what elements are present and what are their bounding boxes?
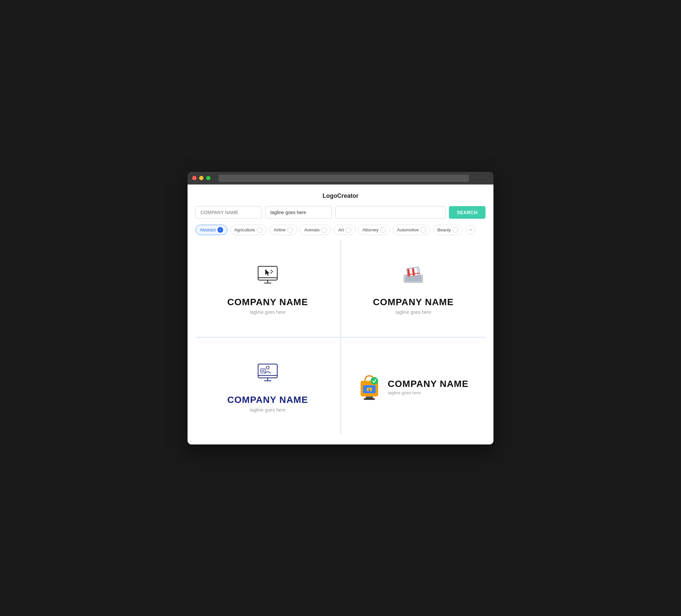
svg-point-6 bbox=[272, 271, 273, 272]
filter-art-check: ✓ bbox=[346, 227, 351, 233]
shopping-logo-container: V COMPANY NAME tagline goes here bbox=[358, 372, 469, 402]
logo-card-2[interactable]: COMPANY NAME tagline goes here bbox=[341, 240, 485, 337]
logo-4-company-name: COMPANY NAME bbox=[388, 379, 469, 389]
svg-point-25 bbox=[371, 377, 378, 385]
filter-abstract-check: ✓ bbox=[218, 227, 223, 233]
app-window: LogoCreator SEARCH Abstract ✓ Agricultur… bbox=[187, 172, 494, 444]
main-content: LogoCreator SEARCH Abstract ✓ Agricultur… bbox=[187, 184, 494, 444]
logo-2-tagline: tagline goes here bbox=[395, 309, 431, 315]
svg-rect-29 bbox=[364, 398, 375, 400]
filter-animals-label: Animals bbox=[304, 227, 320, 232]
logo-1-company-name: COMPANY NAME bbox=[227, 297, 308, 308]
close-button[interactable] bbox=[192, 176, 197, 180]
logo-2-company-name: COMPANY NAME bbox=[373, 297, 454, 308]
shopping-text-block: COMPANY NAME tagline goes here bbox=[388, 379, 469, 395]
search-button[interactable]: SEARCH bbox=[449, 206, 485, 219]
logo-grid: COMPANY NAME tagline goes here bbox=[196, 240, 485, 435]
logo-4-tagline: tagline goes here bbox=[388, 390, 469, 395]
filter-airline-label: Airline bbox=[274, 227, 286, 232]
laptop-store-icon bbox=[401, 264, 425, 291]
svg-point-7 bbox=[271, 272, 272, 274]
filter-agriculture[interactable]: Agriculture ✓ bbox=[230, 225, 267, 235]
filter-beauty-label: Beauty bbox=[437, 227, 451, 232]
filter-airline[interactable]: Airline ✓ bbox=[269, 225, 297, 235]
logo-1-tagline: tagline goes here bbox=[250, 309, 285, 315]
tagline-input[interactable] bbox=[266, 206, 332, 219]
logo-3-company-name: COMPANY NAME bbox=[227, 394, 308, 405]
monitor-person-icon bbox=[256, 361, 280, 389]
company-name-input[interactable] bbox=[196, 206, 262, 219]
app-title: LogoCreator bbox=[196, 192, 485, 200]
filter-beauty-check: ✓ bbox=[453, 227, 458, 233]
svg-point-19 bbox=[266, 366, 269, 369]
filter-attorney-label: Attorney bbox=[362, 227, 378, 232]
maximize-button[interactable] bbox=[206, 176, 210, 180]
filter-animals[interactable]: Animals ✓ bbox=[300, 225, 331, 235]
filter-beauty[interactable]: Beauty ✓ bbox=[433, 225, 462, 235]
filter-agriculture-check: ✓ bbox=[257, 227, 262, 233]
svg-text:V: V bbox=[369, 388, 371, 392]
filter-next-button[interactable]: → bbox=[466, 225, 475, 234]
filter-attorney[interactable]: Attorney ✓ bbox=[358, 225, 390, 235]
svg-rect-9 bbox=[405, 276, 422, 282]
filter-art[interactable]: Art ✓ bbox=[334, 225, 355, 235]
filter-animals-check: ✓ bbox=[321, 227, 327, 233]
monitor-cursor-icon bbox=[256, 264, 280, 291]
svg-rect-20 bbox=[260, 369, 265, 373]
logo-card-3[interactable]: COMPANY NAME tagline goes here bbox=[196, 338, 340, 435]
svg-rect-28 bbox=[366, 396, 373, 398]
filter-art-label: Art bbox=[338, 227, 344, 232]
filter-agriculture-label: Agriculture bbox=[234, 227, 255, 232]
titlebar bbox=[187, 172, 494, 184]
minimize-button[interactable] bbox=[199, 176, 203, 180]
url-bar bbox=[219, 175, 469, 182]
filter-automotive-label: Automotive bbox=[397, 227, 419, 232]
svg-marker-4 bbox=[266, 269, 270, 276]
shopping-bag-icon: V bbox=[358, 372, 383, 402]
search-bar: SEARCH bbox=[196, 206, 485, 219]
filter-automotive[interactable]: Automotive ✓ bbox=[393, 225, 430, 235]
filter-automotive-check: ✓ bbox=[420, 227, 426, 233]
filter-abstract[interactable]: Abstract ✓ bbox=[196, 225, 227, 235]
filter-airline-check: ✓ bbox=[287, 227, 293, 233]
filter-attorney-check: ✓ bbox=[380, 227, 386, 233]
keyword-input[interactable] bbox=[335, 206, 446, 219]
filter-abstract-label: Abstract bbox=[200, 227, 216, 232]
svg-point-5 bbox=[271, 270, 272, 271]
logo-card-4[interactable]: V COMPANY NAME tagline goes here bbox=[341, 338, 485, 435]
logo-card-1[interactable]: COMPANY NAME tagline goes here bbox=[196, 240, 340, 337]
logo-3-tagline: tagline goes here bbox=[250, 407, 285, 413]
filter-bar: Abstract ✓ Agriculture ✓ Airline ✓ Anima… bbox=[196, 225, 485, 235]
